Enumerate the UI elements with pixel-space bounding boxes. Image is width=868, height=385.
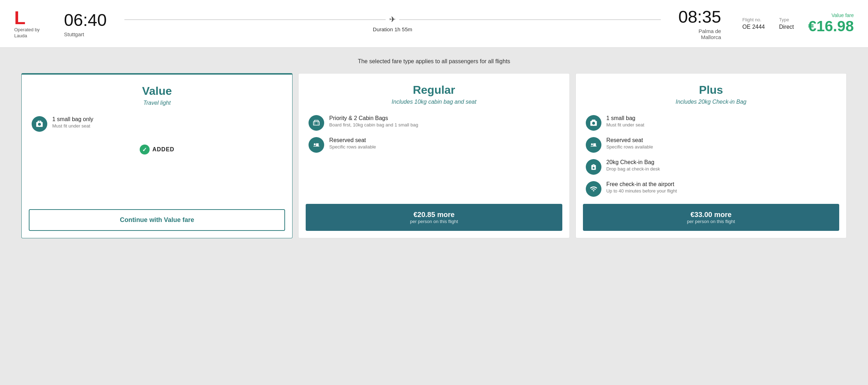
flight-no-label: Flight no. — [743, 17, 765, 22]
bag-icon — [32, 116, 47, 132]
regular-card-body: Regular Includes 10kg cabin bag and seat… — [299, 74, 569, 204]
plus-card-footer: €33.00 more per person on this flight — [576, 204, 846, 238]
plus-feature-bag: 1 small bag Must fit under seat — [586, 115, 836, 131]
operated-by: Operated byLauda — [14, 27, 40, 39]
plus-card-body: Plus Includes 20kg Check-in Bag 1 small … — [576, 74, 846, 204]
main-content: The selected fare type applies to all pa… — [0, 48, 868, 260]
type-value: Direct — [779, 24, 794, 30]
line-left — [124, 20, 386, 20]
route-line: ✈ — [124, 15, 661, 24]
fare-amount: €16.98 — [808, 18, 854, 34]
upgrade-plus-button[interactable]: €33.00 more per person on this flight — [583, 204, 839, 231]
regular-card-title: Regular — [309, 83, 559, 97]
arrival-info: 08:35 Palma deMallorca — [675, 7, 721, 40]
regular-feature-seat: Reserved seat Specific rows available — [309, 137, 559, 153]
seat-icon — [309, 137, 324, 153]
plus-airport-checkin-icon — [586, 181, 601, 197]
flight-type-col: Type Direct — [779, 17, 794, 30]
upgrade-regular-button[interactable]: €20.85 more per person on this flight — [306, 204, 562, 231]
plus-bag-text: 1 small bag Must fit under seat — [606, 115, 644, 128]
value-fare-card: Value Travel light 1 small bag only Must… — [21, 73, 293, 238]
added-check-icon: ✓ — [140, 145, 150, 154]
regular-bags-text: Priority & 2 Cabin Bags Board first, 10k… — [329, 115, 418, 128]
plus-airport-checkin-text: Free check-in at the airport Up to 40 mi… — [606, 181, 677, 194]
plus-cta-sublabel: per person on this flight — [589, 219, 833, 224]
value-card-footer: Continue with Value fare — [22, 209, 292, 238]
added-badge: ✓ ADDED — [32, 139, 282, 160]
value-feature-title: 1 small bag only — [52, 116, 93, 123]
regular-cta-sublabel: per person on this flight — [312, 219, 556, 224]
value-feature-text: 1 small bag only Must fit under seat — [52, 116, 93, 129]
plus-seat-icon — [586, 137, 601, 153]
arrival-time: 08:35 — [675, 7, 721, 27]
bags-icon — [309, 115, 324, 131]
regular-bags-title: Priority & 2 Cabin Bags — [329, 115, 418, 121]
flight-no-value: OE 2444 — [743, 24, 765, 30]
duration-label: Duration 1h 55m — [373, 26, 412, 32]
added-text: ADDED — [152, 146, 175, 153]
regular-cta-label: €20.85 more — [413, 211, 455, 218]
value-feature-bag: 1 small bag only Must fit under seat — [32, 116, 282, 132]
plus-bag-title: 1 small bag — [606, 115, 644, 121]
continue-value-button[interactable]: Continue with Value fare — [29, 209, 285, 231]
plane-icon: ✈ — [389, 15, 396, 24]
plus-bag-desc: Must fit under seat — [606, 122, 644, 128]
fare-notice: The selected fare type applies to all pa… — [21, 58, 847, 65]
plus-bag-icon — [586, 115, 601, 131]
plus-checkin-bag-text: 20kg Check-in Bag Drop bag at check-in d… — [606, 159, 660, 172]
regular-seat-text: Reserved seat Specific rows available — [329, 137, 376, 150]
type-label: Type — [779, 17, 794, 22]
flight-details: Flight no. OE 2444 Type Direct — [743, 17, 794, 30]
regular-card-footer: €20.85 more per person on this flight — [299, 204, 569, 238]
departure-info: 06:40 Stuttgart — [64, 10, 110, 37]
value-feature-desc: Must fit under seat — [52, 123, 93, 129]
value-card-subtitle: Travel light — [32, 100, 282, 106]
fare-label: Value fare — [808, 12, 854, 18]
plus-checkin-bag-title: 20kg Check-in Bag — [606, 159, 660, 166]
plus-card-title: Plus — [586, 83, 836, 97]
regular-feature-bags: Priority & 2 Cabin Bags Board first, 10k… — [309, 115, 559, 131]
plus-seat-desc: Specific rows available — [606, 144, 653, 150]
line-right — [399, 20, 660, 20]
flight-no-col: Flight no. OE 2444 — [743, 17, 765, 30]
regular-seat-title: Reserved seat — [329, 137, 376, 143]
fare-price: Value fare €16.98 — [808, 12, 854, 34]
value-card-title: Value — [32, 85, 282, 98]
plus-feature-airport-checkin: Free check-in at the airport Up to 40 mi… — [586, 181, 836, 197]
plus-luggage-icon — [586, 159, 601, 175]
plus-cta-label: €33.00 more — [691, 211, 732, 218]
arrival-city: Palma deMallorca — [675, 28, 721, 40]
regular-card-subtitle: Includes 10kg cabin bag and seat — [309, 99, 559, 105]
plus-seat-title: Reserved seat — [606, 137, 653, 143]
airline-logo: L Operated byLauda — [14, 9, 50, 39]
plus-feature-checkin-bag: 20kg Check-in Bag Drop bag at check-in d… — [586, 159, 836, 175]
regular-feature-list: Priority & 2 Cabin Bags Board first, 10k… — [309, 115, 559, 153]
plus-fare-card: Plus Includes 20kg Check-in Bag 1 small … — [575, 73, 847, 238]
value-feature-list: 1 small bag only Must fit under seat — [32, 116, 282, 132]
plus-feature-list: 1 small bag Must fit under seat Reserved… — [586, 115, 836, 197]
departure-time: 06:40 — [64, 10, 110, 30]
plus-airport-checkin-desc: Up to 40 minutes before your flight — [606, 188, 677, 194]
departure-city: Stuttgart — [64, 31, 110, 37]
flight-route: ✈ Duration 1h 55m — [124, 15, 661, 32]
plus-seat-text: Reserved seat Specific rows available — [606, 137, 653, 150]
plus-card-subtitle: Includes 20kg Check-in Bag — [586, 99, 836, 105]
plus-feature-seat: Reserved seat Specific rows available — [586, 137, 836, 153]
regular-seat-desc: Specific rows available — [329, 144, 376, 150]
value-card-body: Value Travel light 1 small bag only Must… — [22, 75, 292, 209]
flight-header: L Operated byLauda 06:40 Stuttgart ✈ Dur… — [0, 0, 868, 48]
regular-fare-card: Regular Includes 10kg cabin bag and seat… — [298, 73, 569, 238]
logo-letter: L — [14, 9, 26, 27]
plus-airport-checkin-title: Free check-in at the airport — [606, 181, 677, 188]
plus-checkin-bag-desc: Drop bag at check-in desk — [606, 166, 660, 172]
fare-cards: Value Travel light 1 small bag only Must… — [21, 73, 847, 238]
regular-bags-desc: Board first, 10kg cabin bag and 1 small … — [329, 122, 418, 128]
